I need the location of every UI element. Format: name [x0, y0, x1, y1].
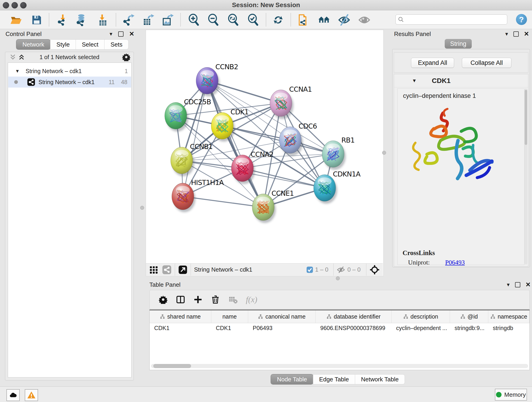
- cell-namespace[interactable]: stringdb: [488, 323, 530, 333]
- open-app-store-button[interactable]: [317, 13, 330, 26]
- network-collection-row[interactable]: ▼ String Network – cdk1 1: [8, 65, 131, 77]
- node-CDK1[interactable]: [211, 113, 235, 142]
- results-tab-string[interactable]: String: [445, 39, 472, 49]
- cell--id[interactable]: stringdb:9...: [450, 323, 488, 333]
- cell-name[interactable]: CDK1: [211, 323, 248, 333]
- table-panel-float-icon[interactable]: [515, 282, 520, 287]
- protein-collapse-icon[interactable]: ▼: [412, 78, 417, 83]
- node-CCNE1[interactable]: [252, 194, 276, 223]
- import-network-file-button[interactable]: [56, 13, 69, 26]
- crosslink-uniprot[interactable]: P06493: [445, 259, 465, 266]
- zoom-selected-button[interactable]: [247, 13, 259, 26]
- zoom-fit-button[interactable]: [227, 13, 239, 26]
- column-header--id[interactable]: @id: [450, 310, 488, 323]
- results-panel-float-icon[interactable]: [513, 32, 519, 37]
- cell-description[interactable]: cyclin–dependent ...: [392, 323, 450, 333]
- results-scrollbar[interactable]: [525, 89, 527, 264]
- export-table-button[interactable]: [142, 13, 155, 26]
- string-view-icon[interactable]: [162, 265, 172, 274]
- apply-layout-button[interactable]: [272, 13, 285, 26]
- import-network-database-button[interactable]: [75, 13, 88, 26]
- tab-network[interactable]: Network: [16, 39, 51, 50]
- table-hscrollbar[interactable]: [151, 364, 528, 368]
- network-canvas[interactable]: CCNB2CCNA1CDC25BCDK1CDC6RB1CCNB1CCNA2CDK…: [146, 30, 383, 263]
- show-columns-icon[interactable]: [176, 295, 185, 304]
- node-CCNA1[interactable]: [270, 90, 293, 119]
- node-RB1[interactable]: [322, 141, 346, 170]
- results-panel-close-icon[interactable]: ✕: [524, 30, 529, 38]
- horizontal-splitter-handle[interactable]: [336, 276, 340, 280]
- control-panel-collapse-icon[interactable]: ▾: [109, 31, 112, 37]
- cell-shared-name[interactable]: CDK1: [150, 323, 211, 333]
- node-CCNB2[interactable]: [196, 67, 220, 96]
- table-panel-collapse-icon[interactable]: ▾: [507, 281, 510, 288]
- import-table-file-button[interactable]: [96, 13, 109, 26]
- control-panel-float-icon[interactable]: [118, 32, 123, 37]
- memory-button[interactable]: Memory: [495, 389, 527, 401]
- node-HIST1H1A[interactable]: [172, 183, 196, 212]
- column-header-database-identifier[interactable]: database identifier: [316, 310, 392, 323]
- node-CDC25B[interactable]: [165, 102, 188, 132]
- cell-canonical-name[interactable]: P06493: [248, 323, 316, 333]
- cell-database-identifier[interactable]: 9606.ENSP00000378699: [316, 323, 392, 333]
- delete-column-icon[interactable]: [211, 295, 220, 304]
- tab-select[interactable]: Select: [76, 39, 104, 50]
- window-zoom-icon[interactable]: [20, 2, 27, 8]
- table-panel-close-icon[interactable]: ✕: [525, 281, 531, 288]
- export-network-button[interactable]: [122, 13, 135, 26]
- results-panel-collapse-icon[interactable]: ▾: [505, 31, 508, 37]
- shared-column-icon: [403, 314, 408, 319]
- function-builder-icon[interactable]: f(x): [246, 295, 257, 304]
- birdseye-crosshair-icon[interactable]: [370, 265, 380, 275]
- network-row-selected[interactable]: String Network – cdk1 11 48: [8, 77, 131, 88]
- collapse-all-button[interactable]: Collapse All: [462, 58, 511, 68]
- zoom-out-button[interactable]: [207, 13, 220, 26]
- network-options-gear-icon[interactable]: [122, 53, 130, 61]
- table-options-gear-icon[interactable]: [159, 295, 167, 304]
- node-CCNB1[interactable]: [171, 147, 194, 176]
- control-panel-close-icon[interactable]: ✕: [129, 30, 134, 38]
- cloud-button[interactable]: [6, 389, 20, 401]
- column-header-description[interactable]: description: [392, 310, 450, 323]
- detach-view-icon[interactable]: [178, 265, 187, 274]
- node-CCNA2[interactable]: [231, 155, 255, 184]
- node-CDKN1A[interactable]: [314, 175, 337, 204]
- help-button[interactable]: ?: [516, 14, 527, 25]
- delete-table-icon[interactable]: [228, 295, 238, 304]
- window-minimize-icon[interactable]: [12, 2, 18, 8]
- results-scrollbar-thumb[interactable]: [525, 90, 527, 145]
- column-header-namespace[interactable]: namespace: [488, 310, 530, 323]
- hide-selected-button[interactable]: [338, 13, 351, 26]
- selected-checkbox-icon[interactable]: [306, 266, 313, 273]
- export-image-button[interactable]: [161, 13, 174, 26]
- node-CDC6[interactable]: [279, 127, 303, 156]
- show-all-button[interactable]: [358, 13, 371, 26]
- collection-expand-icon[interactable]: ▼: [15, 69, 20, 74]
- tab-network-table[interactable]: Network Table: [355, 374, 405, 384]
- grid-view-icon[interactable]: [149, 265, 158, 274]
- warning-button[interactable]: [25, 389, 38, 401]
- tab-style[interactable]: Style: [50, 39, 76, 50]
- save-session-button[interactable]: [30, 13, 43, 26]
- window-close-icon[interactable]: [3, 2, 9, 8]
- table-hscrollbar-thumb[interactable]: [153, 364, 191, 368]
- node-label-CCNE1: CCNE1: [272, 189, 294, 197]
- tab-edge-table[interactable]: Edge Table: [313, 374, 355, 384]
- tab-node-table[interactable]: Node Table: [271, 374, 313, 384]
- results-buttons-bar: Expand All Collapse All: [394, 52, 528, 73]
- node-label-RB1: RB1: [341, 136, 355, 144]
- open-session-button[interactable]: [10, 13, 22, 26]
- add-column-icon[interactable]: [194, 295, 202, 304]
- column-header-name[interactable]: name: [211, 310, 248, 323]
- column-header-canonical-name[interactable]: canonical name: [248, 310, 316, 323]
- share-document-button[interactable]: [297, 13, 310, 26]
- expand-all-button[interactable]: Expand All: [411, 58, 454, 68]
- search-field[interactable]: [395, 14, 507, 25]
- zoom-in-button[interactable]: [187, 13, 200, 26]
- left-splitter-handle[interactable]: [140, 206, 144, 210]
- column-header-shared-name[interactable]: shared name: [150, 310, 211, 323]
- tab-sets[interactable]: Sets: [104, 39, 128, 50]
- search-input[interactable]: [404, 16, 501, 23]
- right-splitter-handle[interactable]: [382, 151, 386, 155]
- control-panel: Control Panel ▾ ✕ Network Style Select S…: [3, 30, 136, 381]
